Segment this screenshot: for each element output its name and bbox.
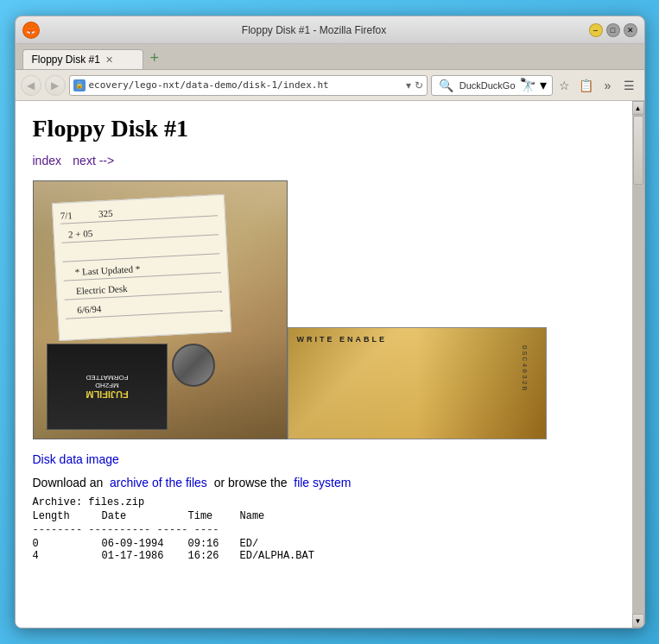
back-button[interactable]: ◀ xyxy=(21,75,41,96)
scrollbar-track[interactable] xyxy=(632,115,644,614)
label-line-1: 7/1 325 xyxy=(60,202,218,224)
search-bar[interactable]: 🔍 DuckDuckGo 🔭 ▾ xyxy=(431,75,553,96)
more-tools-button[interactable]: » xyxy=(599,76,618,95)
minimize-button[interactable]: – xyxy=(589,23,603,37)
search-dropdown-icon[interactable]: ▾ xyxy=(540,77,547,93)
disk-image-1: 7/1 325 2 + 05 * Last Updated * Electric… xyxy=(33,180,288,439)
col-time-header: Time xyxy=(188,510,223,522)
forward-button[interactable]: ▶ xyxy=(45,75,66,96)
label-line-3 xyxy=(61,240,219,262)
row1-length: 0 xyxy=(33,538,85,550)
url-text: ecovery/lego-nxt/data-demo/disk-1/index.… xyxy=(89,79,402,91)
label-line-6: 6/6/94 xyxy=(65,297,223,319)
table-row: 0 06-09-1994 09:16 ED/ xyxy=(33,538,615,550)
disk-data-image-link[interactable]: Disk data image xyxy=(33,452,119,466)
disk-brand: FUJIFILM xyxy=(86,389,129,400)
download-text-static: Download an xyxy=(33,476,104,489)
binoculars-icon: 🔭 xyxy=(519,77,536,93)
row1-name: ED/ xyxy=(240,538,344,550)
disk-hub xyxy=(172,344,215,387)
window-title: Floppy Disk #1 - Mozilla Firefox xyxy=(40,24,589,36)
tab-close-button[interactable]: ✕ xyxy=(105,54,113,66)
restore-button[interactable]: □ xyxy=(606,23,620,37)
new-tab-button[interactable]: + xyxy=(143,49,167,67)
row1-date: 06-09-1994 xyxy=(102,538,171,550)
col-length-header: Length xyxy=(33,510,85,522)
scrollbar[interactable]: ▲ ▼ xyxy=(632,101,644,628)
bookmarks-star-button[interactable]: ☆ xyxy=(555,76,574,95)
row1-time: 09:16 xyxy=(188,538,223,550)
close-button[interactable]: ✕ xyxy=(624,23,637,37)
nav-bar: ◀ ▶ 🔒 ecovery/lego-nxt/data-demo/disk-1/… xyxy=(16,70,644,101)
col-date-header: Date xyxy=(102,510,171,522)
tab-label: Floppy Disk #1 xyxy=(32,54,100,66)
url-favicon: 🔒 xyxy=(73,79,86,92)
next-link[interactable]: next --> xyxy=(73,154,114,167)
scrollbar-thumb[interactable] xyxy=(633,116,643,185)
disk-barcode: DSC4032B xyxy=(521,345,529,392)
search-engine-icon: 🔍 xyxy=(437,76,456,95)
disk-images: 7/1 325 2 + 05 * Last Updated * Electric… xyxy=(33,180,615,439)
col-name-header: Name xyxy=(240,510,344,522)
or-text: or browse the xyxy=(214,476,288,489)
title-bar: 🦊 Floppy Disk #1 - Mozilla Firefox – □ ✕ xyxy=(16,16,644,44)
scroll-down-button[interactable]: ▼ xyxy=(632,614,644,628)
label-line-5: Electric Desk xyxy=(64,278,222,300)
refresh-button[interactable]: ↻ xyxy=(415,79,423,92)
url-dropdown-icon[interactable]: ▾ xyxy=(406,79,411,92)
bookmark-page-button[interactable]: 📋 xyxy=(577,76,596,95)
tab-bar: Floppy Disk #1 ✕ + xyxy=(16,44,644,70)
label-line-4: * Last Updated * xyxy=(62,259,220,281)
row2-name: ED/ALPHA.BAT xyxy=(240,550,344,562)
filesystem-link[interactable]: file system xyxy=(294,476,351,489)
content-area: Floppy Disk #1 index next --> 7/1 325 2 … xyxy=(16,101,644,628)
search-input[interactable]: DuckDuckGo xyxy=(459,80,516,91)
firefox-icon[interactable]: 🦊 xyxy=(22,22,40,39)
page-heading: Floppy Disk #1 xyxy=(33,115,615,142)
active-tab[interactable]: Floppy Disk #1 ✕ xyxy=(22,49,143,69)
download-paragraph: Download an archive of the files or brow… xyxy=(33,476,615,489)
nav-links-row: index next --> xyxy=(33,153,615,168)
page-content: Floppy Disk #1 index next --> 7/1 325 2 … xyxy=(16,101,632,628)
menu-button[interactable]: ☰ xyxy=(620,76,639,95)
row2-date: 01-17-1986 xyxy=(102,550,171,562)
label-line-2: 2 + 05 xyxy=(60,221,219,243)
archive-header-line: Archive: files.zip xyxy=(33,496,615,508)
disk-label: 7/1 325 2 + 05 * Last Updated * Electric… xyxy=(51,194,231,341)
disk-image-2: WRITE ENABLE DSC4032B xyxy=(288,327,547,439)
url-bar[interactable]: 🔒 ecovery/lego-nxt/data-demo/disk-1/inde… xyxy=(69,75,428,96)
browser-window: 🦊 Floppy Disk #1 - Mozilla Firefox – □ ✕… xyxy=(15,16,645,628)
row2-time: 16:26 xyxy=(188,550,223,562)
disk-formatted: FORMATTED xyxy=(86,374,128,382)
archive-link[interactable]: archive of the files xyxy=(110,476,207,489)
archive-table: Archive: files.zip Length Date Time Name… xyxy=(33,496,615,562)
write-enable-text: WRITE ENABLE xyxy=(297,335,388,344)
disk-bottom-label: FUJIFILM MF2HD FORMATTED xyxy=(47,344,168,430)
table-row: 4 01-17-1986 16:26 ED/ALPHA.BAT xyxy=(33,550,615,562)
title-bar-buttons: 🦊 xyxy=(22,22,40,39)
archive-columns-header: Length Date Time Name xyxy=(33,510,615,522)
nav-right: 🔍 DuckDuckGo 🔭 ▾ ☆ 📋 » ☰ xyxy=(431,75,639,96)
window-controls: – □ ✕ xyxy=(589,23,637,37)
row2-length: 4 xyxy=(33,550,85,562)
disk-type: MF2HD xyxy=(95,382,119,389)
index-link[interactable]: index xyxy=(33,154,61,167)
scroll-up-button[interactable]: ▲ xyxy=(632,101,644,115)
archive-separator: -------- ---------- ----- ---- xyxy=(33,524,615,536)
